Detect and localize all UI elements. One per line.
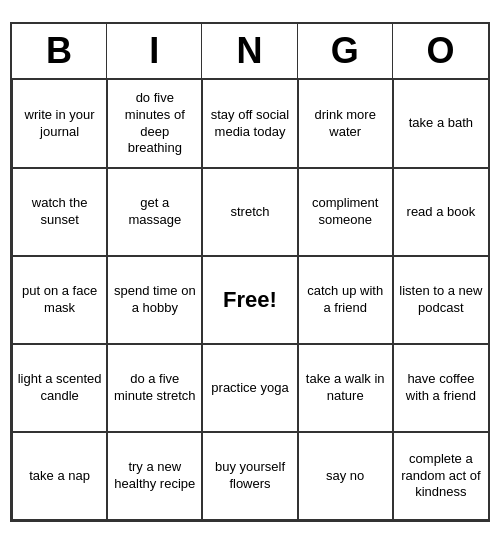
bingo-cell-15[interactable]: light a scented candle [12, 344, 107, 432]
bingo-cell-18[interactable]: take a walk in nature [298, 344, 393, 432]
bingo-cell-1[interactable]: do five minutes of deep breathing [107, 80, 202, 168]
header-letter-g: G [298, 24, 393, 78]
bingo-cell-5[interactable]: watch the sunset [12, 168, 107, 256]
bingo-cell-7[interactable]: stretch [202, 168, 297, 256]
bingo-cell-21[interactable]: try a new healthy recipe [107, 432, 202, 520]
bingo-cell-6[interactable]: get a massage [107, 168, 202, 256]
bingo-cell-8[interactable]: compliment someone [298, 168, 393, 256]
bingo-cell-11[interactable]: spend time on a hobby [107, 256, 202, 344]
bingo-cell-4[interactable]: take a bath [393, 80, 488, 168]
header-letter-b: B [12, 24, 107, 78]
bingo-card: BINGO write in your journaldo five minut… [10, 22, 490, 522]
bingo-cell-16[interactable]: do a five minute stretch [107, 344, 202, 432]
bingo-cell-23[interactable]: say no [298, 432, 393, 520]
bingo-header: BINGO [12, 24, 488, 80]
header-letter-o: O [393, 24, 488, 78]
bingo-cell-2[interactable]: stay off social media today [202, 80, 297, 168]
bingo-cell-3[interactable]: drink more water [298, 80, 393, 168]
bingo-cell-10[interactable]: put on a face mask [12, 256, 107, 344]
bingo-cell-12[interactable]: Free! [202, 256, 297, 344]
bingo-cell-9[interactable]: read a book [393, 168, 488, 256]
bingo-cell-19[interactable]: have coffee with a friend [393, 344, 488, 432]
bingo-cell-14[interactable]: listen to a new podcast [393, 256, 488, 344]
bingo-cell-20[interactable]: take a nap [12, 432, 107, 520]
bingo-cell-17[interactable]: practice yoga [202, 344, 297, 432]
bingo-cell-24[interactable]: complete a random act of kindness [393, 432, 488, 520]
bingo-cell-22[interactable]: buy yourself flowers [202, 432, 297, 520]
header-letter-n: N [202, 24, 297, 78]
bingo-cell-0[interactable]: write in your journal [12, 80, 107, 168]
bingo-cell-13[interactable]: catch up with a friend [298, 256, 393, 344]
bingo-grid: write in your journaldo five minutes of … [12, 80, 488, 520]
header-letter-i: I [107, 24, 202, 78]
